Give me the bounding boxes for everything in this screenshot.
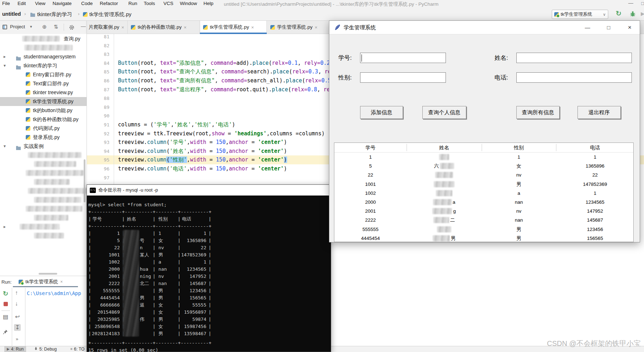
tree-item-censored[interactable]: ▸ (0, 222, 87, 231)
project-panel-title[interactable]: Project (10, 24, 25, 29)
treeview-row[interactable]: 22nv22 (334, 170, 633, 179)
treeview-row[interactable]: 2001gnv147952 (334, 207, 633, 216)
menu-item-navigate[interactable]: Navigate (53, 1, 72, 6)
more-options-icon[interactable]: » (16, 336, 18, 342)
editor-tab-1[interactable]: tk的各种函数功能.py× (128, 21, 200, 34)
breadcrumb-file[interactable]: tk学生管理系统.py (89, 11, 132, 18)
tree-item-censored[interactable] (0, 204, 87, 213)
breadcrumb-root[interactable]: untitled (2, 11, 21, 17)
window-minimize-icon[interactable]: — (628, 0, 633, 6)
statusbar-run-tab[interactable]: ▶ 4: Run (4, 346, 26, 352)
student-treeview[interactable]: 学号姓名性别电话 1115六女136589622nv221001男1478523… (334, 143, 634, 242)
scrollbar-vertical[interactable] (84, 159, 85, 202)
scroll-to-end-icon[interactable]: ↧ (14, 324, 21, 331)
treeview-row[interactable]: 5六女1365896 (334, 161, 633, 170)
down-stacktrace-icon[interactable]: ↓ (15, 300, 18, 307)
tree-item-file[interactable]: 代码测试.py (0, 124, 87, 133)
treeview-row[interactable]: 2222二nan145687 (334, 216, 633, 225)
run-configuration-selector[interactable]: tk学生管理系统 ∨ (552, 10, 608, 19)
hide-panel-icon[interactable]: — (81, 23, 86, 29)
menu-item-view[interactable]: View (35, 1, 45, 6)
softwrap-icon[interactable]: ↩ (15, 313, 20, 320)
student-id-input[interactable] (360, 53, 446, 63)
tree-chevron-icon[interactable]: ▸ (4, 222, 6, 231)
menu-item-edit[interactable]: Edit (18, 1, 26, 6)
gear-icon[interactable] (69, 24, 75, 32)
treeview-column-header[interactable]: 姓名 (407, 143, 482, 152)
window-maximize-icon[interactable]: □ (641, 1, 644, 6)
treeview-column-header[interactable]: 学号 (334, 143, 407, 152)
tree-item-file[interactable]: tkinter treeview.py (0, 88, 87, 97)
menu-item-run[interactable]: Run (128, 1, 137, 6)
pin-icon[interactable] (3, 329, 8, 336)
close-icon[interactable]: × (315, 25, 318, 30)
tree-item-folder[interactable]: ▸studentmanagersystem (0, 52, 87, 61)
menu-item-refactor[interactable]: Refactor (100, 1, 118, 6)
chevron-down-icon[interactable]: ▾ (30, 24, 32, 29)
menu-item-window[interactable]: Window (180, 1, 197, 6)
tree-item-file[interactable]: tk的button功能.py (0, 106, 87, 115)
student-manager-window[interactable]: 学生管理系统 — □ × 学号: 姓名: 性别: 电话: 添加信息查询个人信息查… (329, 20, 640, 242)
menu-item-help[interactable]: Help (203, 1, 213, 6)
tree-item-censored[interactable] (0, 196, 87, 204)
menu-item-file[interactable]: File (2, 1, 10, 6)
scrollbar-horizontal[interactable] (39, 273, 57, 275)
coverage-button[interactable]: ▶ (641, 11, 644, 16)
treeview-column-header[interactable]: 电话 (556, 143, 634, 152)
collapse-all-icon[interactable]: ⇅ (54, 24, 58, 30)
close-icon[interactable]: × (184, 25, 187, 30)
close-icon[interactable]: × (122, 25, 124, 30)
exit-button[interactable]: 退出程序 (577, 106, 621, 119)
editor-tab-0[interactable]: 片爬取案例.py× (86, 21, 128, 34)
tree-item-censored[interactable] (0, 187, 87, 196)
treeview-row[interactable]: 111 (334, 153, 633, 161)
tree-item-censored[interactable]: 查询.py (0, 34, 87, 43)
menu-item-code[interactable]: Code (81, 1, 93, 6)
run-tab[interactable]: tk学生管理系统 × (19, 279, 63, 285)
tree-chevron-icon[interactable]: ▾ (4, 142, 6, 151)
run-button[interactable]: ↻ (616, 9, 621, 18)
tree-item-file[interactable]: Text窗口部件.py (0, 79, 87, 88)
stop-icon[interactable] (4, 302, 8, 306)
add-info-button[interactable]: 添加信息 (360, 106, 403, 119)
name-input[interactable] (516, 53, 632, 63)
tree-item-censored[interactable] (0, 213, 87, 222)
tree-item-file[interactable]: tk的各种函数功能.py (0, 115, 87, 124)
treeview-column-header[interactable]: 性别 (482, 143, 556, 152)
tree-item-censored[interactable] (0, 151, 87, 160)
treeview-row[interactable]: 4445454男男156565 (334, 234, 633, 243)
statusbar-todo-tab[interactable]: ≡ 6: TO (68, 346, 87, 352)
cmd-title-bar[interactable]: C:\ 命令提示符 - mysql -u root -p (87, 185, 331, 196)
tree-item-folder[interactable]: ▾实战案例 (0, 142, 87, 151)
editor-tab-3[interactable]: 学生管理系统.py× (267, 21, 330, 34)
cmd-window[interactable]: C:\ 命令提示符 - mysql -u root -p mysql> sele… (87, 184, 331, 352)
tree-item-folder[interactable]: ▾tkinter库的学习 (0, 61, 87, 70)
restore-layout-icon[interactable]: ▤ (3, 313, 8, 320)
close-icon[interactable]: × (251, 25, 254, 30)
minimize-button[interactable]: — (580, 21, 595, 34)
tree-chevron-icon[interactable]: ▾ (4, 61, 6, 70)
statusbar-debug-tab[interactable]: 5: Debug (31, 346, 59, 352)
tree-item-file[interactable]: tk学生管理系统.py (0, 97, 87, 106)
treeview-row[interactable]: 2000anan1234565 (334, 198, 633, 207)
app-title-bar[interactable]: 学生管理系统 — □ × (329, 21, 640, 34)
tree-item-censored[interactable] (0, 160, 87, 169)
console-output[interactable]: C:\Users\admin\App (27, 290, 81, 296)
close-icon[interactable]: × (60, 279, 63, 284)
tree-item-file[interactable]: Entry窗口部件.py (0, 70, 87, 79)
menu-item-vcs[interactable]: VCS (163, 1, 173, 6)
breadcrumb-folder[interactable]: tkinter库的学习 (37, 11, 72, 18)
menu-item-tools[interactable]: Tools (144, 1, 155, 6)
tree-item-censored[interactable] (0, 231, 87, 240)
search-all-button[interactable]: 查询所有信息 (516, 106, 560, 119)
up-stacktrace-icon[interactable]: ↑ (15, 290, 18, 296)
tree-item-file[interactable]: 登录系统.py (0, 133, 87, 142)
tree-chevron-icon[interactable]: ▸ (4, 52, 6, 61)
tree-item-censored[interactable] (0, 43, 87, 52)
editor-tab-2[interactable]: tk学生管理系统.py× (200, 21, 267, 34)
rerun-icon[interactable]: ↻ (3, 290, 8, 298)
maximize-button[interactable]: □ (601, 21, 616, 34)
treeview-row[interactable]: 555555男123456 (334, 225, 633, 234)
debug-button[interactable] (629, 10, 636, 19)
tree-item-censored[interactable] (0, 178, 87, 187)
